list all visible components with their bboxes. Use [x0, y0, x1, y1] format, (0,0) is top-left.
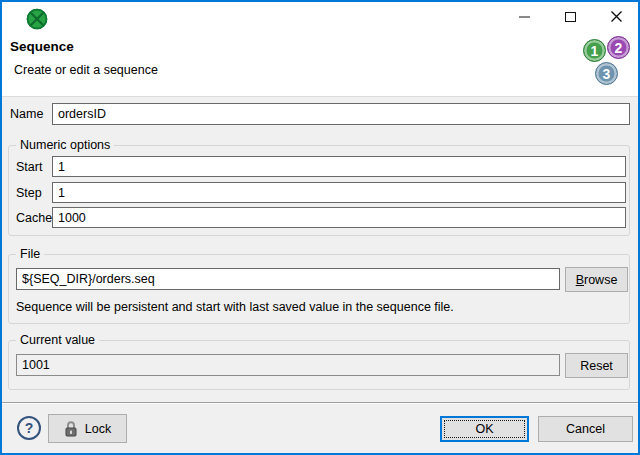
- lock-button[interactable]: Lock: [48, 414, 127, 443]
- footer-separator-highlight: [2, 403, 638, 404]
- browse-button[interactable]: Browse: [565, 267, 628, 292]
- sequence-dialog-window: Sequence Create or edit a sequence 1 2 3…: [0, 0, 640, 455]
- current-value-legend: Current value: [16, 333, 99, 347]
- close-icon: [610, 10, 623, 23]
- lock-button-label: Lock: [85, 422, 111, 436]
- maximize-icon: [565, 12, 576, 22]
- cancel-button[interactable]: Cancel: [538, 416, 633, 442]
- name-input[interactable]: [52, 103, 630, 125]
- reset-button[interactable]: Reset: [565, 353, 628, 378]
- minimize-button[interactable]: [505, 2, 543, 31]
- start-label: Start: [16, 160, 42, 174]
- step-badge-1: 1: [583, 39, 606, 62]
- numeric-options-legend: Numeric options: [16, 138, 114, 152]
- page-subtitle: Create or edit a sequence: [14, 63, 158, 77]
- maximize-button[interactable]: [551, 2, 589, 31]
- padlock-icon: [64, 420, 78, 437]
- file-path-input[interactable]: [16, 268, 560, 290]
- step-label: Step: [16, 186, 42, 200]
- help-button[interactable]: ?: [17, 416, 41, 440]
- step-badge-2: 2: [607, 36, 630, 59]
- file-legend: File: [16, 247, 44, 261]
- step-badge-3: 3: [595, 62, 618, 85]
- cached-input[interactable]: [52, 207, 626, 228]
- step-input[interactable]: [52, 182, 626, 203]
- minimize-icon: [519, 16, 530, 18]
- page-title: Sequence: [10, 39, 74, 54]
- titlebar[interactable]: [2, 2, 638, 32]
- start-input[interactable]: [52, 156, 626, 177]
- clover-app-icon: [26, 8, 48, 30]
- file-persistence-note: Sequence will be persistent and start wi…: [16, 300, 454, 314]
- ok-button[interactable]: OK: [440, 416, 529, 442]
- question-mark-icon: ?: [25, 420, 34, 436]
- name-label: Name: [10, 107, 43, 121]
- current-value-input[interactable]: [16, 354, 560, 376]
- close-button[interactable]: [597, 2, 635, 31]
